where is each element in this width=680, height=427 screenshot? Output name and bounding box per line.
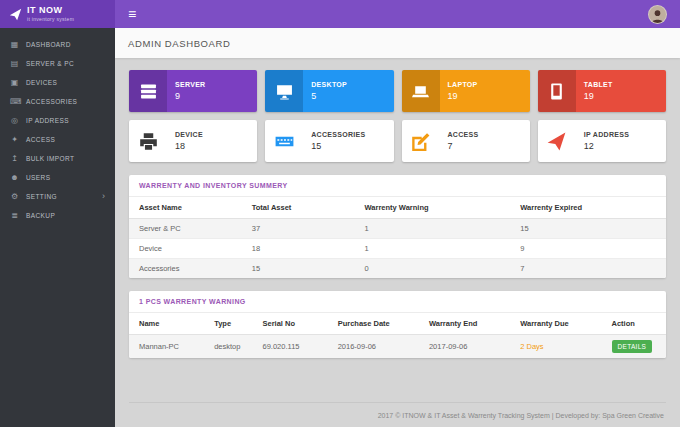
key-icon: ✦ — [10, 136, 19, 144]
stat-card-title: DESKTOP — [311, 81, 347, 88]
cell-warrenty-warning: 0 — [355, 259, 511, 279]
cell-asset-name: Device — [129, 239, 242, 259]
cell-warrenty-expired: 15 — [510, 219, 666, 239]
user-avatar[interactable] — [648, 5, 667, 24]
sidebar-item-label: BACKUP — [26, 212, 55, 219]
cell-asset-name: Accessories — [129, 259, 242, 279]
stat-card-accessories[interactable]: ACCESSORIES 15 — [265, 120, 393, 162]
sidebar-item-access[interactable]: ✦ ACCESS — [0, 130, 115, 149]
table-row: Server & PC 37 1 15 — [129, 219, 666, 239]
server-icon — [129, 70, 167, 112]
stat-card-body: ACCESSORIES 15 — [303, 120, 365, 162]
col-warrenty-warning: Warrenty Warning — [355, 197, 511, 219]
stat-card-desktop[interactable]: DESKTOP 5 — [265, 70, 393, 112]
person-icon — [650, 8, 665, 23]
sidebar-item-server-pc[interactable]: ▤ SERVER & PC — [0, 54, 115, 73]
sidebar-item-accessories[interactable]: ⌨ ACCESSORIES — [0, 92, 115, 111]
stat-card-title: SERVER — [175, 81, 205, 88]
table-header-row: Name Type Serial No Purchase Date Warran… — [129, 313, 666, 335]
laptop-icon — [402, 70, 440, 112]
sidebar-item-label: ACCESS — [26, 136, 55, 143]
sidebar-item-label: DASHBOARD — [26, 41, 71, 48]
stat-card-laptop[interactable]: LAPTOP 19 — [402, 70, 530, 112]
stat-card-device[interactable]: DEVICE 18 — [129, 120, 257, 162]
app-root: IT NOW it inventory system ▦ DASHBOARD ▤… — [0, 0, 680, 427]
warning-panel: 1 PCS WARRENTY WARNING Name Type Serial … — [129, 291, 666, 358]
stat-cards-grid: SERVER 9 DESKTOP 5 — [129, 70, 666, 162]
printer-icon: ▣ — [10, 79, 19, 87]
keyboard-icon: ⌨ — [10, 98, 19, 106]
logo-text: IT NOW it inventory system — [27, 6, 74, 22]
cell-purchase-date: 2016-09-06 — [328, 335, 419, 359]
stat-card-value: 12 — [584, 141, 629, 151]
stat-card-body: DEVICE 18 — [167, 120, 203, 162]
stat-card-ip-address[interactable]: IP ADDRESS 12 — [538, 120, 666, 162]
content: SERVER 9 DESKTOP 5 — [115, 58, 680, 427]
gear-icon: ⚙ — [10, 193, 19, 201]
cell-warranty-end: 2017-09-06 — [419, 335, 510, 359]
sidebar-item-label: USERS — [26, 174, 50, 181]
sidebar-item-label: BULK IMPORT — [26, 155, 74, 162]
cell-total-asset: 37 — [242, 219, 355, 239]
sidebar-item-users[interactable]: ☻ USERS — [0, 168, 115, 187]
cell-total-asset: 18 — [242, 239, 355, 259]
footer: 2017 © ITNOW & IT Asset & Warrenty Track… — [129, 402, 666, 427]
cell-warrenty-warning: 1 — [355, 239, 511, 259]
menu-toggle-icon[interactable] — [115, 7, 149, 21]
cell-asset-name: Server & PC — [129, 219, 242, 239]
stat-card-access[interactable]: ACCESS 7 — [402, 120, 530, 162]
sidebar-item-dashboard[interactable]: ▦ DASHBOARD — [0, 35, 115, 54]
sidebar-item-label: DEVICES — [26, 79, 57, 86]
cell-warrenty-expired: 9 — [510, 239, 666, 259]
stat-card-body: ACCESS 7 — [440, 120, 479, 162]
details-button[interactable]: DETAILS — [612, 340, 653, 353]
paper-plane-logo-icon — [9, 8, 22, 21]
database-icon: ≣ — [10, 212, 19, 220]
sidebar-item-bulk-import[interactable]: ↥ BULK IMPORT — [0, 149, 115, 168]
footer-text: 2017 © ITNOW & IT Asset & Warrenty Track… — [378, 412, 664, 419]
sidebar-item-ip-address[interactable]: ◎ IP ADDRESS — [0, 111, 115, 130]
stat-card-tablet[interactable]: TABLET 19 — [538, 70, 666, 112]
chevron-right-icon — [102, 192, 105, 201]
printer-icon — [129, 120, 167, 162]
paper-plane-icon — [538, 120, 576, 162]
col-action: Action — [602, 313, 666, 335]
col-warranty-due: Warranty Due — [510, 313, 601, 335]
user-icon: ☻ — [10, 174, 19, 182]
stat-card-title: DEVICE — [175, 131, 203, 138]
page-header: ADMIN DASHBOARD — [115, 28, 680, 58]
cell-name: Mannan-PC — [129, 335, 204, 359]
stat-card-value: 18 — [175, 141, 203, 151]
dashboard-icon: ▦ — [10, 41, 19, 49]
sidebar-item-devices[interactable]: ▣ DEVICES — [0, 73, 115, 92]
app-logo[interactable]: IT NOW it inventory system — [0, 0, 115, 28]
topbar: IT NOW it inventory system — [0, 0, 680, 28]
sidebar-item-setting[interactable]: ⚙ SETTING — [0, 187, 115, 206]
table-header-row: Asset Name Total Asset Warrenty Warning … — [129, 197, 666, 219]
main-area: ADMIN DASHBOARD SERVER 9 — [115, 28, 680, 427]
edit-icon — [402, 120, 440, 162]
stat-card-value: 19 — [584, 91, 613, 101]
sidebar-item-label: ACCESSORIES — [26, 98, 77, 105]
sidebar-item-backup[interactable]: ≣ BACKUP — [0, 206, 115, 225]
stat-card-server[interactable]: SERVER 9 — [129, 70, 257, 112]
summary-table: Asset Name Total Asset Warrenty Warning … — [129, 197, 666, 278]
table-row: Device 18 1 9 — [129, 239, 666, 259]
stat-card-body: DESKTOP 5 — [303, 70, 347, 112]
stat-card-value: 7 — [448, 141, 479, 151]
col-asset-name: Asset Name — [129, 197, 242, 219]
stat-card-value: 15 — [311, 141, 365, 151]
table-row: Accessories 15 0 7 — [129, 259, 666, 279]
page-title: ADMIN DASHBOARD — [128, 38, 230, 49]
col-total-asset: Total Asset — [242, 197, 355, 219]
desktop-icon: ▤ — [10, 60, 19, 68]
tablet-icon — [538, 70, 576, 112]
keyboard-icon — [265, 120, 303, 162]
warning-panel-title: 1 PCS WARRENTY WARNING — [129, 291, 666, 313]
stat-card-body: LAPTOP 19 — [440, 70, 478, 112]
cell-action: DETAILS — [602, 335, 666, 359]
warranty-due-value: 2 Days — [510, 335, 601, 359]
col-serial-no: Serial No — [253, 313, 328, 335]
stat-card-body: SERVER 9 — [167, 70, 205, 112]
shell: ▦ DASHBOARD ▤ SERVER & PC ▣ DEVICES ⌨ AC… — [0, 28, 680, 427]
